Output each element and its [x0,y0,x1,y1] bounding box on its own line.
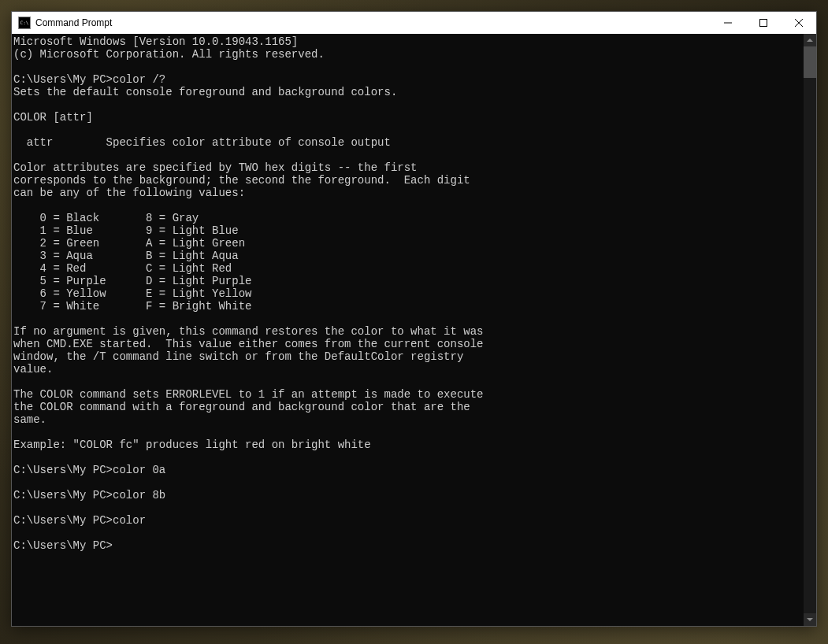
close-button[interactable] [781,12,816,34]
close-icon [795,19,803,27]
svg-rect-1 [759,20,767,27]
minimize-icon [724,19,732,27]
chevron-up-icon [807,39,813,42]
maximize-icon [759,19,767,27]
command-prompt-window: Command Prompt Microsoft Windows [Versio… [11,11,817,627]
scroll-down-button[interactable] [804,613,816,626]
console-output[interactable]: Microsoft Windows [Version 10.0.19043.11… [12,34,804,626]
titlebar[interactable]: Command Prompt [12,12,816,34]
window-controls [710,12,816,34]
scroll-up-button[interactable] [804,34,816,46]
window-title: Command Prompt [35,17,710,28]
scrollbar[interactable] [804,34,816,626]
scroll-thumb[interactable] [804,46,816,78]
minimize-button[interactable] [710,12,745,34]
console-area: Microsoft Windows [Version 10.0.19043.11… [12,34,816,626]
cmd-icon [18,17,31,29]
chevron-down-icon [807,618,813,621]
maximize-button[interactable] [745,12,781,34]
